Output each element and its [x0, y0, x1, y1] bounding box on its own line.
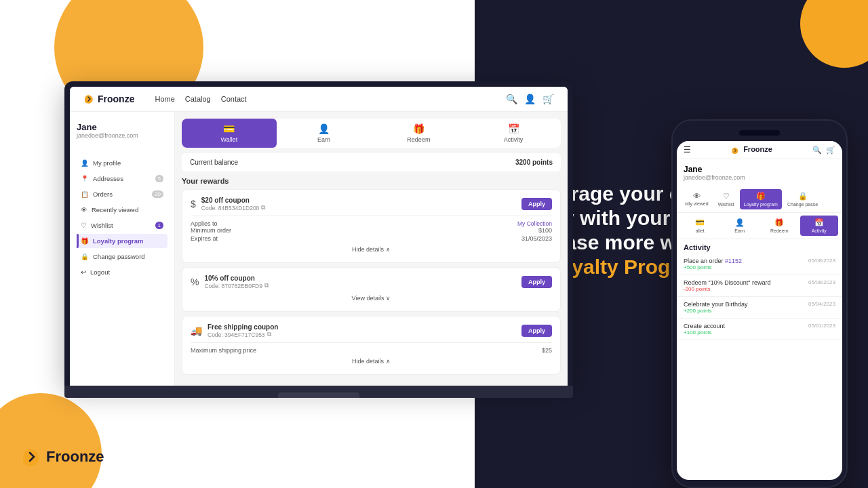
shipping-icon: 🚚: [191, 325, 202, 336]
coupon-1-apply-button[interactable]: Apply: [521, 198, 552, 210]
phone-tab2-earn[interactable]: 👤 Earn: [721, 216, 760, 236]
coupon-2-left: % 10% off coupon Code: 870782EB0FD9 ⧉: [191, 274, 269, 289]
sidebar-item-logout[interactable]: ↩ Logout: [77, 265, 167, 279]
sidebar-item-label: Orders: [93, 190, 113, 198]
phone-gift-icon: 🎁: [756, 192, 766, 201]
sidebar-item-recently-viewed[interactable]: 👁 Recently viewed: [77, 203, 167, 217]
loyalty-tabs: 💳 Wallet 👤 Earn 🎁 Redeem: [182, 119, 561, 148]
coupon-1-code: Code: 84B534D1D200 ⧉: [201, 204, 266, 211]
chevron-up-icon: ∧: [386, 246, 391, 253]
activity-title-1: Redeem "10% Discount" reward: [684, 279, 770, 286]
copy-icon[interactable]: ⧉: [261, 204, 265, 211]
earn-tab-icon: 👤: [318, 123, 330, 134]
nav-link-home[interactable]: Home: [155, 95, 174, 103]
laptop-mockup: Froonze Home Catalog Contact 🔍 👤 🛒: [64, 81, 573, 398]
nav-link-catalog[interactable]: Catalog: [185, 95, 211, 103]
search-icon[interactable]: 🔍: [506, 94, 517, 104]
froonze-logo-icon-bottom: [20, 446, 42, 468]
phone-wallet-icon: 💳: [695, 218, 705, 227]
phone-cart-icon[interactable]: 🛒: [826, 146, 835, 155]
phone-tab-loyalty[interactable]: 🎁 Loyalty program: [740, 189, 782, 209]
phone-tab2-redeem[interactable]: 🎁 Redeem: [760, 216, 799, 236]
sidebar-user-email: janedoe@froonze.com: [77, 132, 167, 139]
tab-wallet[interactable]: 💳 Wallet: [182, 119, 277, 148]
sidebar-item-addresses[interactable]: 📍 Addresses 5: [77, 171, 167, 186]
bottom-logo-text: Froonze: [46, 448, 104, 466]
sidebar-item-change-password[interactable]: 🔒 Change password: [77, 249, 167, 264]
balance-label: Current balance: [190, 159, 238, 166]
phone-tab1-label: ntly viewed: [685, 201, 709, 206]
activity-points-0: +500 points: [684, 264, 742, 270]
cart-icon[interactable]: 🛒: [542, 94, 554, 104]
coupon-3-left: 🚚 Free shipping coupon Code: 394EF717C95…: [191, 323, 278, 338]
bottom-logo: Froonze: [20, 446, 104, 468]
phone-search-icon[interactable]: 🔍: [812, 146, 822, 155]
nav-link-contact[interactable]: Contact: [221, 95, 247, 103]
my-collection-link[interactable]: My Collection: [517, 220, 552, 227]
coupon-2-header: % 10% off coupon Code: 870782EB0FD9 ⧉: [191, 274, 552, 289]
tab-earn-label: Earn: [317, 136, 330, 143]
activity-title-3: Create account: [684, 323, 725, 329]
coupon-3-hide-details[interactable]: Hide details ∧: [191, 355, 552, 367]
sidebar-item-loyalty[interactable]: 🎁 Loyalty program: [77, 234, 167, 248]
coupon-1-left: $ $20 off coupon Code: 84B534D1D200 ⧉: [191, 197, 265, 211]
decorative-circle-bottom: [0, 393, 102, 488]
addresses-icon: 📍: [81, 175, 89, 182]
wishlist-badge: 1: [155, 222, 163, 229]
coupon-2-title: 10% off coupon: [204, 274, 269, 282]
sidebar-item-orders[interactable]: 📋 Orders 20: [77, 187, 167, 201]
notch-bar: [739, 130, 780, 136]
sidebar-item-label: Recently viewed: [92, 206, 138, 214]
sidebar-item-profile[interactable]: 👤 My profile: [77, 156, 167, 170]
activity-date-2: 05/04/2023: [808, 301, 835, 307]
phone-user-email: janedoe@froonze.com: [684, 174, 835, 181]
phone-tab-change-pass[interactable]: 🔒 Change passe: [783, 189, 822, 209]
sidebar-item-label: Change password: [93, 253, 145, 260]
phone-tab-wishlist[interactable]: ♡ Wishlist: [714, 189, 738, 209]
sidebar-item-label: Addresses: [93, 175, 123, 182]
decorative-circle-top-right: [800, 0, 868, 68]
coupon-3-apply-button[interactable]: Apply: [521, 325, 552, 337]
coupon-2-apply-button[interactable]: Apply: [521, 276, 552, 288]
order-link-0[interactable]: #1152: [725, 258, 742, 264]
sidebar-item-label: Logout: [90, 268, 110, 276]
activity-points-2: +200 points: [684, 308, 748, 314]
phone-tab3-label: Loyalty program: [744, 202, 778, 207]
activity-item-2: Celebrate your Birthday +200 points 05/0…: [677, 297, 842, 319]
balance-row: Current balance 3200 points: [182, 153, 561, 171]
tab-activity[interactable]: 📅 Activity: [466, 119, 561, 148]
nav-links: Home Catalog Contact: [155, 95, 246, 103]
tab-redeem[interactable]: 🎁 Redeem: [372, 119, 467, 148]
activity-date-0: 05/08/2023: [808, 258, 835, 264]
phone-tabs-row1: 👁 ntly viewed ♡ Wishlist 🎁 Loyalty progr…: [677, 186, 842, 213]
phone-tab-recently[interactable]: 👁 ntly viewed: [681, 189, 713, 209]
coupon-1-hide-details[interactable]: Hide details ∧: [191, 243, 552, 256]
copy-icon-2[interactable]: ⧉: [264, 282, 269, 289]
phone-menu-icon[interactable]: ☰: [684, 145, 691, 155]
phone-notch: [677, 127, 842, 138]
user-info: Jane janedoe@froonze.com: [77, 122, 167, 146]
sidebar-item-label: Wishlist: [91, 222, 113, 229]
phone-screen: ☰ Froonze 🔍 🛒 Jane: [677, 141, 842, 480]
activity-item-1: Redeem "10% Discount" reward -200 points…: [677, 275, 842, 297]
sidebar-item-wishlist[interactable]: ♡ Wishlist 1: [77, 218, 167, 232]
phone-user-name: Jane: [684, 165, 835, 174]
coupon-2-view-details[interactable]: View details ∨: [191, 292, 552, 304]
user-icon[interactable]: 👤: [524, 94, 536, 104]
activity-item-3: Create account +100 points 05/01/2023: [677, 319, 842, 340]
phone-tab2-activity[interactable]: 📅 Activity: [800, 216, 839, 236]
tab-wallet-label: Wallet: [221, 136, 238, 143]
phone-tabs-row2: 💳 allet 👤 Earn 🎁 Redeem 📅 Activity: [677, 213, 842, 239]
copy-icon-3[interactable]: ⧉: [267, 331, 271, 338]
activity-points-3: +100 points: [684, 329, 725, 336]
orders-badge: 20: [152, 190, 163, 198]
tab-earn[interactable]: 👤 Earn: [277, 119, 372, 148]
sidebar-item-label: My profile: [93, 159, 121, 167]
phone-navbar: ☰ Froonze 🔍 🛒: [677, 141, 842, 159]
laptop-navbar: Froonze Home Catalog Contact 🔍 👤 🛒: [70, 87, 568, 112]
coupon-1-min-order: Minimum order $100: [191, 227, 552, 234]
eye-icon: 👁: [81, 206, 87, 214]
phone-lock-icon: 🔒: [798, 192, 808, 201]
phone-tab2-wallet[interactable]: 💳 allet: [681, 216, 719, 236]
balance-value: 3200 points: [515, 159, 553, 166]
